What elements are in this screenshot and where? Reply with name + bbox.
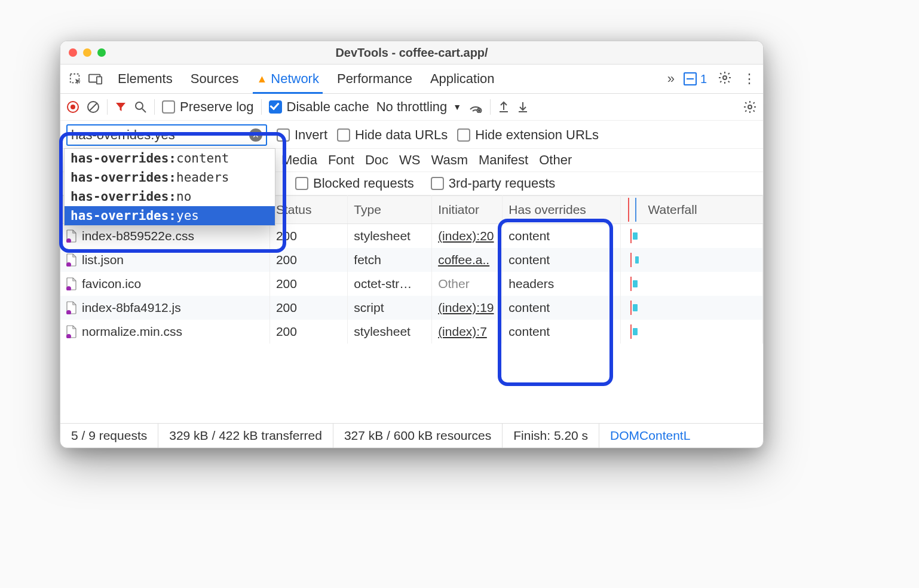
overrides-cell: headers — [503, 272, 620, 296]
column-header[interactable]: Initiator — [432, 196, 503, 224]
throttling-dropdown[interactable]: No throttling ▼ — [376, 99, 461, 115]
request-name: normalize.min.css — [82, 324, 182, 339]
type-cell: stylesheet — [348, 224, 432, 249]
overrides-cell: content — [503, 248, 620, 272]
waterfall-cell — [620, 224, 762, 249]
close-window-button[interactable] — [69, 48, 77, 57]
svg-point-8 — [136, 102, 143, 109]
status-cell: 200 — [269, 272, 347, 296]
column-header[interactable]: Status — [269, 196, 347, 224]
hide-data-urls-checkbox[interactable]: Hide data URLs — [337, 127, 448, 143]
initiator-cell[interactable]: (index):20 — [432, 224, 503, 249]
table-row[interactable]: favicon.ico200octet-str…Otherheaders — [60, 272, 763, 296]
type-cell: script — [348, 296, 432, 320]
request-name: list.json — [82, 253, 124, 267]
window-title: DevTools - coffee-cart.app/ — [335, 46, 488, 60]
issues-button[interactable]: 1 — [684, 72, 707, 86]
type-filter-manifest[interactable]: Manifest — [479, 152, 528, 168]
status-domcontentloaded: DOMContentL — [599, 424, 701, 448]
tab-performance[interactable]: Performance — [337, 65, 412, 93]
filter-input[interactable]: has-overrides:yes ✕ has-overrides:conten… — [66, 124, 267, 146]
disable-cache-checkbox[interactable]: Disable cache — [269, 99, 369, 115]
filter-suggestion[interactable]: has-overrides:yes — [65, 206, 275, 225]
hide-extension-urls-checkbox[interactable]: Hide extension URLs — [457, 127, 599, 143]
minimize-window-button[interactable] — [83, 48, 91, 57]
initiator-cell[interactable]: coffee.a.. — [432, 248, 503, 272]
status-transferred: 329 kB / 422 kB transferred — [158, 424, 333, 448]
initiator-cell[interactable]: (index):19 — [432, 296, 503, 320]
table-row[interactable]: index-8bfa4912.js200script(index):19cont… — [60, 296, 763, 320]
type-cell: octet-str… — [348, 272, 432, 296]
request-name: index-8bfa4912.js — [82, 301, 181, 315]
filter-bar: has-overrides:yes ✕ has-overrides:conten… — [60, 121, 763, 149]
panel-tab-bar: ElementsSources▲NetworkPerformanceApplic… — [60, 65, 763, 94]
overrides-cell: content — [503, 224, 620, 249]
device-toolbar-icon[interactable] — [85, 73, 106, 85]
svg-point-3 — [723, 76, 727, 79]
type-filter-doc[interactable]: Doc — [365, 152, 388, 168]
network-status-bar: 5 / 9 requests 329 kB / 422 kB transferr… — [60, 423, 763, 448]
status-requests: 5 / 9 requests — [60, 424, 158, 448]
request-name: favicon.ico — [82, 277, 141, 291]
filter-suggestion[interactable]: has-overrides:no — [65, 187, 275, 206]
initiator-cell[interactable]: (index):7 — [432, 320, 503, 344]
clear-button[interactable] — [87, 100, 100, 114]
filter-suggestion[interactable]: has-overrides:headers — [65, 168, 275, 187]
type-filter-media[interactable]: Media — [281, 152, 317, 168]
third-party-checkbox[interactable]: 3rd-party requests — [431, 176, 556, 191]
issues-icon — [684, 72, 697, 85]
svg-line-7 — [90, 103, 97, 111]
status-cell: 200 — [269, 224, 347, 249]
waterfall-cell — [620, 272, 762, 296]
status-finish: Finish: 5.20 s — [503, 424, 599, 448]
clear-filter-icon[interactable]: ✕ — [249, 128, 262, 142]
record-button[interactable] — [66, 100, 79, 114]
window-titlebar: DevTools - coffee-cart.app/ — [60, 41, 763, 65]
filter-suggestion[interactable]: has-overrides:content — [65, 149, 275, 168]
tab-application[interactable]: Application — [430, 65, 495, 93]
issues-count: 1 — [700, 72, 707, 86]
import-har-icon[interactable] — [517, 100, 529, 114]
column-header[interactable]: Has overrides — [503, 196, 620, 224]
kebab-menu-icon[interactable]: ⋮ — [743, 71, 756, 87]
network-conditions-icon[interactable] — [468, 101, 483, 113]
overflow-tabs-icon[interactable]: » — [667, 71, 673, 87]
tab-sources[interactable]: Sources — [191, 65, 239, 93]
filter-autocomplete-dropdown: has-overrides:contenthas-overrides:heade… — [64, 148, 275, 226]
status-cell: 200 — [269, 320, 347, 344]
network-table: NameStatusTypeInitiatorHas overridesWate… — [60, 195, 763, 423]
warning-icon: ▲ — [256, 73, 267, 85]
tab-network[interactable]: ▲Network — [256, 65, 319, 93]
settings-icon[interactable] — [718, 71, 732, 88]
svg-point-12 — [748, 105, 752, 109]
svg-rect-2 — [97, 76, 102, 84]
filter-input-value: has-overrides:yes — [71, 127, 175, 143]
table-row[interactable]: list.json200fetchcoffee.a..content — [60, 248, 763, 272]
blocked-requests-checkbox[interactable]: Blocked requests — [295, 176, 414, 191]
initiator-cell[interactable]: Other — [432, 272, 503, 296]
filter-icon[interactable] — [115, 101, 127, 113]
column-header[interactable]: Waterfall — [620, 196, 762, 224]
waterfall-cell — [620, 248, 762, 272]
zoom-window-button[interactable] — [97, 48, 106, 57]
invert-checkbox[interactable]: Invert — [277, 127, 327, 143]
type-filter-other[interactable]: Other — [539, 152, 572, 168]
tab-elements[interactable]: Elements — [118, 65, 173, 93]
type-filter-wasm[interactable]: Wasm — [431, 152, 468, 168]
chevron-down-icon: ▼ — [453, 102, 461, 112]
devtools-window: DevTools - coffee-cart.app/ ElementsSour… — [60, 41, 764, 448]
preserve-log-checkbox[interactable]: Preserve log — [162, 99, 254, 115]
column-header[interactable]: Type — [348, 196, 432, 224]
status-resources: 327 kB / 600 kB resources — [333, 424, 503, 448]
inspect-element-icon[interactable] — [65, 72, 85, 85]
export-har-icon[interactable] — [498, 100, 510, 114]
network-toolbar: Preserve log Disable cache No throttling… — [60, 94, 763, 121]
status-cell: 200 — [269, 248, 347, 272]
type-filter-ws[interactable]: WS — [399, 152, 420, 168]
table-row[interactable]: normalize.min.css200stylesheet(index):7c… — [60, 320, 763, 344]
table-row[interactable]: index-b859522e.css200stylesheet(index):2… — [60, 224, 763, 249]
type-filter-font[interactable]: Font — [328, 152, 354, 168]
search-icon[interactable] — [134, 100, 147, 114]
network-settings-icon[interactable] — [743, 100, 757, 114]
svg-point-11 — [479, 110, 480, 111]
